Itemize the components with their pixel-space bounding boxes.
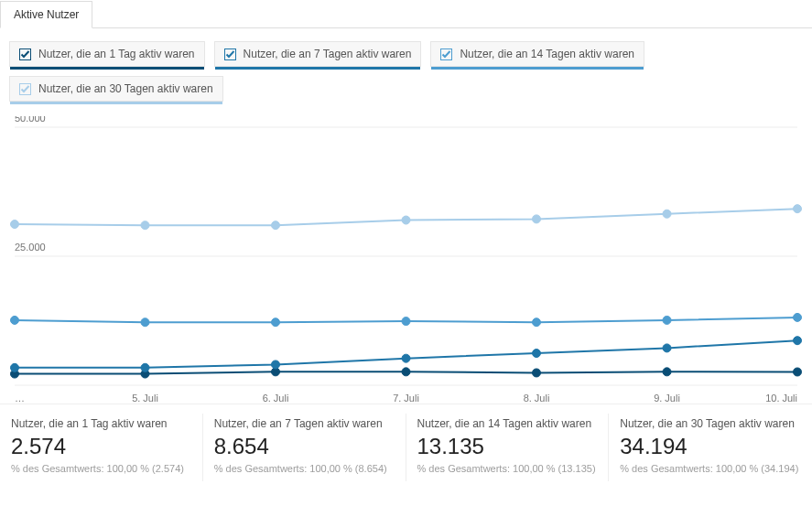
legend-underline bbox=[10, 102, 222, 104]
series-point bbox=[794, 313, 802, 321]
legend-label: Nutzer, die an 1 Tag aktiv waren bbox=[38, 48, 195, 60]
metric-value: 13.135 bbox=[417, 434, 598, 459]
legend-underline bbox=[10, 67, 204, 70]
x-tick-label: 7. Juli bbox=[393, 393, 419, 404]
series-point bbox=[141, 363, 149, 371]
legend-label: Nutzer, die an 14 Tagen aktiv waren bbox=[460, 48, 634, 60]
metric-card-2: Nutzer, die an 7 Tagen aktiv waren8.654%… bbox=[203, 414, 406, 481]
metric-title: Nutzer, die an 7 Tagen aktiv waren bbox=[214, 417, 395, 430]
metric-subtext: % des Gesamtwerts: 100,00 % (34.194) bbox=[620, 463, 801, 474]
summary-metrics-row: Nutzer, die an 1 Tag aktiv waren2.574% d… bbox=[0, 404, 812, 481]
metric-value: 34.194 bbox=[620, 434, 801, 459]
metric-subtext: % des Gesamtwerts: 100,00 % (13.135) bbox=[417, 463, 598, 474]
legend-toggle-series-2[interactable]: Nutzer, die an 7 Tagen aktiv waren bbox=[214, 41, 422, 67]
series-point bbox=[402, 216, 410, 224]
series-point bbox=[272, 318, 280, 327]
x-tick-label: 10. Juli bbox=[765, 393, 797, 404]
series-point bbox=[663, 316, 671, 324]
series-point bbox=[11, 221, 19, 229]
metric-subtext: % des Gesamtwerts: 100,00 % (8.654) bbox=[214, 463, 395, 474]
metric-value: 2.574 bbox=[11, 434, 191, 459]
series-point bbox=[794, 205, 802, 213]
series-point bbox=[533, 215, 541, 223]
metric-title: Nutzer, die an 1 Tag aktiv waren bbox=[11, 417, 191, 430]
chart-area: 25.00050.000…5. Juli6. Juli7. Juli8. Jul… bbox=[0, 111, 812, 404]
series-point bbox=[794, 368, 802, 376]
tab-active-users[interactable]: Aktive Nutzer bbox=[0, 1, 92, 28]
legend-toggle-series-4[interactable]: Nutzer, die an 30 Tagen aktiv waren bbox=[9, 76, 223, 102]
checkbox-icon bbox=[19, 48, 31, 60]
series-point bbox=[794, 337, 802, 345]
y-tick-label: 50.000 bbox=[15, 116, 46, 124]
checkbox-icon bbox=[19, 83, 31, 95]
legend-label: Nutzer, die an 7 Tagen aktiv waren bbox=[244, 48, 412, 60]
legend-toggle-series-1[interactable]: Nutzer, die an 1 Tag aktiv waren bbox=[9, 41, 205, 67]
legend-underline bbox=[215, 67, 421, 70]
x-tick-label: 5. Juli bbox=[132, 393, 158, 404]
series-point bbox=[11, 363, 19, 371]
y-tick-label: 25.000 bbox=[15, 242, 46, 253]
x-tick-label: 8. Juli bbox=[524, 393, 550, 404]
line-chart: 25.00050.000…5. Juli6. Juli7. Juli8. Jul… bbox=[7, 116, 805, 409]
tab-bar: Aktive Nutzer bbox=[0, 0, 812, 28]
x-tick-label: … bbox=[15, 393, 25, 404]
series-point bbox=[533, 369, 541, 377]
checkbox-icon bbox=[440, 48, 452, 60]
legend-underline bbox=[431, 67, 644, 70]
metric-title: Nutzer, die an 30 Tagen aktiv waren bbox=[620, 417, 801, 430]
series-point bbox=[663, 344, 671, 352]
checkbox-icon bbox=[224, 48, 236, 60]
series-point bbox=[533, 318, 541, 327]
series-point bbox=[663, 210, 671, 218]
legend-label: Nutzer, die an 30 Tagen aktiv waren bbox=[38, 82, 213, 95]
metric-subtext: % des Gesamtwerts: 100,00 % (2.574) bbox=[11, 463, 191, 474]
series-point bbox=[402, 354, 410, 362]
series-point bbox=[402, 368, 410, 376]
series-point bbox=[141, 318, 149, 327]
series-point bbox=[663, 368, 671, 376]
x-tick-label: 9. Juli bbox=[654, 393, 680, 404]
metric-card-4: Nutzer, die an 30 Tagen aktiv waren34.19… bbox=[609, 414, 812, 481]
series-legend: Nutzer, die an 1 Tag aktiv warenNutzer, … bbox=[0, 28, 812, 111]
metric-card-3: Nutzer, die an 14 Tagen aktiv waren13.13… bbox=[406, 414, 610, 481]
metric-value: 8.654 bbox=[214, 434, 395, 459]
series-point bbox=[402, 318, 410, 326]
series-point bbox=[272, 221, 280, 230]
x-tick-label: 6. Juli bbox=[263, 393, 289, 404]
series-point bbox=[272, 361, 280, 369]
metric-title: Nutzer, die an 14 Tagen aktiv waren bbox=[417, 417, 598, 430]
series-point bbox=[533, 350, 541, 358]
series-point bbox=[11, 316, 19, 324]
metric-card-1: Nutzer, die an 1 Tag aktiv waren2.574% d… bbox=[0, 414, 203, 481]
series-point bbox=[141, 221, 149, 230]
legend-toggle-series-3[interactable]: Nutzer, die an 14 Tagen aktiv waren bbox=[430, 41, 644, 67]
